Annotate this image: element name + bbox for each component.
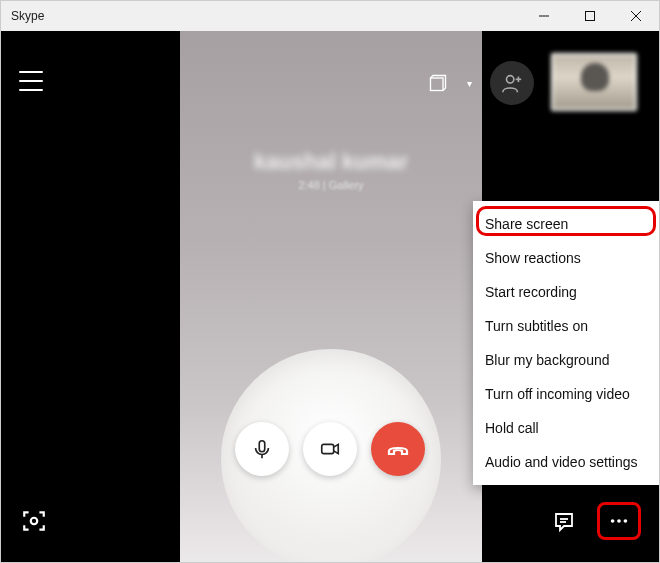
call-controls bbox=[235, 422, 425, 476]
camera-button[interactable] bbox=[303, 422, 357, 476]
menu-toggle-icon[interactable] bbox=[19, 71, 43, 91]
menu-show-reactions[interactable]: Show reactions bbox=[473, 241, 659, 275]
snapshot-button[interactable] bbox=[19, 506, 49, 536]
menu-share-screen[interactable]: Share screen bbox=[473, 207, 659, 241]
chevron-down-icon[interactable]: ▾ bbox=[467, 78, 472, 89]
chat-icon bbox=[552, 509, 576, 533]
svg-point-11 bbox=[31, 518, 38, 525]
mute-button[interactable] bbox=[235, 422, 289, 476]
more-options-menu: Share screen Show reactions Start record… bbox=[473, 201, 659, 485]
self-preview[interactable] bbox=[551, 53, 637, 111]
svg-rect-8 bbox=[259, 441, 265, 452]
add-participant-button[interactable] bbox=[490, 61, 534, 105]
minimize-button[interactable] bbox=[521, 1, 567, 31]
snapshot-icon bbox=[21, 508, 47, 534]
title-bar: Skype bbox=[1, 1, 659, 31]
svg-point-5 bbox=[507, 76, 514, 83]
menu-av-settings[interactable]: Audio and video settings bbox=[473, 445, 659, 479]
window-title: Skype bbox=[11, 9, 44, 23]
peer-name: kaushal kumar bbox=[180, 149, 482, 175]
microphone-icon bbox=[251, 438, 273, 460]
menu-start-recording[interactable]: Start recording bbox=[473, 275, 659, 309]
menu-hold-call[interactable]: Hold call bbox=[473, 411, 659, 445]
svg-rect-1 bbox=[586, 12, 595, 21]
svg-point-14 bbox=[611, 519, 615, 523]
more-options-button[interactable] bbox=[604, 506, 634, 536]
camera-icon bbox=[319, 438, 341, 460]
hangup-icon bbox=[386, 437, 410, 461]
view-layout-icon[interactable] bbox=[427, 72, 449, 94]
menu-turn-off-incoming[interactable]: Turn off incoming video bbox=[473, 377, 659, 411]
close-button[interactable] bbox=[613, 1, 659, 31]
maximize-button[interactable] bbox=[567, 1, 613, 31]
svg-rect-10 bbox=[322, 444, 334, 453]
bottom-right-controls bbox=[549, 502, 641, 540]
top-call-icons: ▾ bbox=[427, 61, 534, 105]
more-button-highlight bbox=[597, 502, 641, 540]
menu-turn-subtitles-on[interactable]: Turn subtitles on bbox=[473, 309, 659, 343]
svg-point-15 bbox=[617, 519, 621, 523]
window-buttons bbox=[521, 1, 659, 31]
remote-video: kaushal kumar 2:48 | Gallery bbox=[180, 31, 482, 562]
call-area: kaushal kumar 2:48 | Gallery ▾ bbox=[1, 31, 659, 562]
call-subline: 2:48 | Gallery bbox=[180, 179, 482, 191]
menu-blur-background[interactable]: Blur my background bbox=[473, 343, 659, 377]
end-call-button[interactable] bbox=[371, 422, 425, 476]
open-conversation-button[interactable] bbox=[549, 506, 579, 536]
svg-point-16 bbox=[624, 519, 628, 523]
left-empty bbox=[1, 31, 180, 562]
svg-rect-4 bbox=[431, 78, 444, 91]
ellipsis-icon bbox=[608, 510, 630, 532]
